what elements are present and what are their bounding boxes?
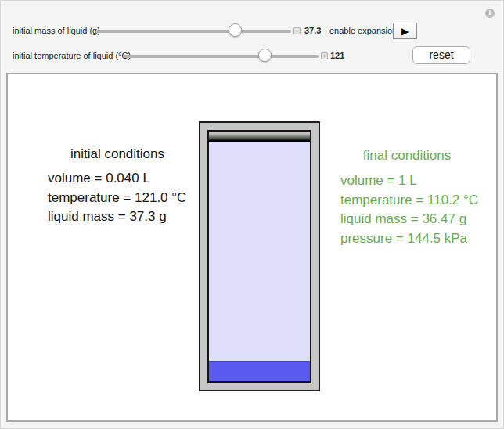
- reset-button[interactable]: reset: [412, 46, 470, 64]
- manipulate-options-icon[interactable]: +: [485, 9, 495, 18]
- initial-conditions-title: initial conditions: [31, 146, 203, 162]
- initial-liquid-mass: liquid mass = 37.3 g: [48, 207, 186, 227]
- final-temperature: temperature = 110.2 °C: [340, 191, 478, 211]
- cylinder-cavity: [207, 130, 311, 383]
- temperature-slider-value: 121: [330, 51, 344, 60]
- display-panel: initial conditions volume = 0.040 L temp…: [6, 73, 498, 422]
- final-conditions-title: final conditions: [337, 148, 477, 164]
- play-icon: ▶: [401, 26, 409, 37]
- initial-conditions-block: volume = 0.040 L temperature = 121.0 °C …: [48, 169, 186, 227]
- temperature-slider-label: initial temperature of liquid (°C): [13, 51, 131, 60]
- demonstration-window: initial mass of liquid (g) + 37.3 enable…: [0, 0, 504, 429]
- initial-volume: volume = 0.040 L: [48, 169, 186, 189]
- final-liquid-mass: liquid mass = 36.47 g: [340, 210, 478, 229]
- piston: [209, 132, 310, 142]
- final-pressure: pressure = 144.5 kPa: [340, 229, 478, 249]
- final-conditions-block: volume = 1 L temperature = 110.2 °C liqu…: [340, 171, 478, 248]
- cylinder-graphic: [199, 121, 320, 391]
- mass-slider-label: initial mass of liquid (g): [13, 26, 100, 35]
- initial-temperature: temperature = 121.0 °C: [48, 189, 186, 208]
- temperature-slider-thumb[interactable]: [258, 49, 272, 62]
- temperature-slider-expand-button[interactable]: +: [321, 52, 328, 59]
- liquid-region: [209, 361, 310, 381]
- final-volume: volume = 1 L: [340, 171, 478, 191]
- enable-expansion-label: enable expansion: [329, 26, 397, 35]
- mass-slider-track[interactable]: [95, 30, 291, 33]
- temperature-slider-track[interactable]: [123, 55, 319, 58]
- play-button[interactable]: ▶: [393, 23, 417, 39]
- mass-slider-thumb[interactable]: [229, 23, 242, 37]
- mass-slider-expand-button[interactable]: +: [293, 27, 301, 34]
- mass-slider-value: 37.3: [304, 26, 321, 35]
